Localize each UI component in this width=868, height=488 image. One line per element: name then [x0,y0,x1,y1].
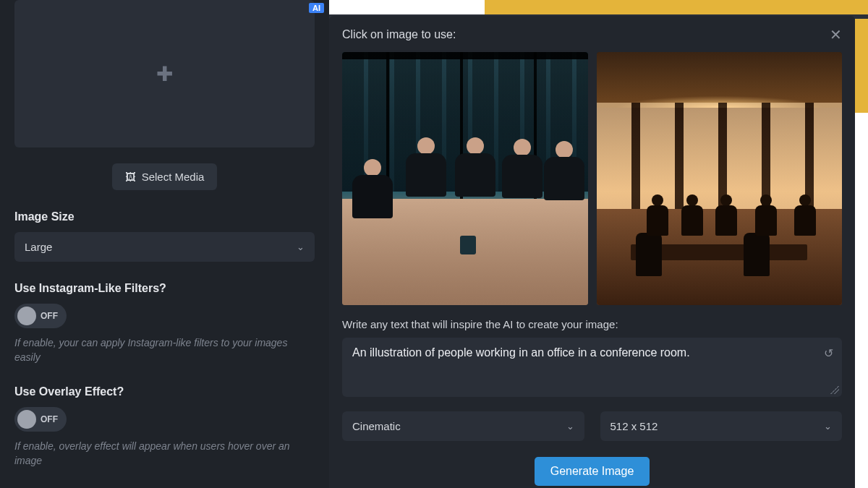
style-select[interactable]: Cinematic ⌄ [342,411,584,441]
close-icon[interactable]: ✕ [830,26,842,43]
chevron-down-icon: ⌄ [566,421,574,432]
background-strip [329,0,868,14]
generated-image-grid [342,52,842,305]
settings-sidebar: ✚ AI 🖼 Select Media Image Size Large ⌄ U… [0,0,329,488]
media-upload-zone[interactable]: ✚ AI [14,0,315,147]
filters-hint: If enable, your can apply Instagram-like… [14,335,315,365]
select-media-label: Select Media [142,171,205,183]
app-root: ✚ AI 🖼 Select Media Image Size Large ⌄ U… [0,0,868,488]
dimensions-select[interactable]: 512 x 512 ⌄ [600,411,843,441]
style-select-value: Cinematic [352,420,401,432]
dimensions-select-value: 512 x 512 [610,420,658,432]
overlay-field: Use Overlay Effect? OFF If enable, overl… [14,385,315,468]
filters-field: Use Instagram-Like Filters? OFF If enabl… [14,282,315,365]
ai-image-modal: Click on image to use: ✕ [329,16,855,488]
image-size-select[interactable]: Large ⌄ [14,232,315,262]
main-area: Click on image to use: ✕ [329,0,868,488]
controls-row: Cinematic ⌄ 512 x 512 ⌄ [342,411,842,441]
image-size-field: Image Size Large ⌄ [14,210,315,262]
filters-label: Use Instagram-Like Filters? [14,282,315,295]
image-size-value: Large [25,241,52,253]
modal-header: Click on image to use: ✕ [342,26,842,43]
resize-handle-icon[interactable] [830,385,839,394]
toggle-knob [17,307,36,325]
generated-image-2[interactable] [597,52,843,305]
generated-image-1[interactable] [342,52,588,305]
filters-toggle-state: OFF [41,311,58,321]
prompt-box: ↺ [342,338,842,397]
overlay-label: Use Overlay Effect? [14,385,315,398]
image-size-label: Image Size [14,210,315,223]
overlay-toggle-state: OFF [41,414,58,424]
history-icon[interactable]: ↺ [824,346,833,360]
prompt-input[interactable] [352,346,813,372]
chevron-down-icon: ⌄ [297,241,305,252]
ai-badge: AI [309,3,324,13]
generate-image-button[interactable]: Generate Image [535,457,650,486]
background-right-edge [855,19,868,488]
overlay-toggle[interactable]: OFF [14,407,67,432]
toggle-knob [17,410,36,429]
chevron-down-icon: ⌄ [824,421,832,432]
select-media-button[interactable]: 🖼 Select Media [112,163,218,190]
prompt-label: Write any text that will inspire the AI … [342,318,842,330]
modal-title: Click on image to use: [342,28,456,41]
filters-toggle[interactable]: OFF [14,304,67,328]
plus-icon: ✚ [156,62,173,86]
media-icon: 🖼 [125,171,136,183]
overlay-hint: If enable, overlay effect will appear wh… [14,439,315,468]
